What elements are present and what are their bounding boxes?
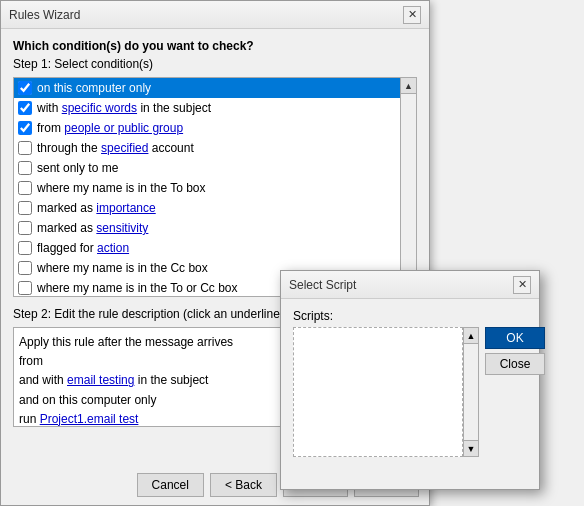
conditions-wrapper: on this computer only with specific word… bbox=[13, 77, 417, 297]
select-script-button-group: OK Close bbox=[485, 327, 545, 457]
select-script-content: Scripts: ▲ ▼ OK Close bbox=[281, 299, 539, 467]
rules-wizard-title: Rules Wizard bbox=[9, 8, 80, 22]
scripts-scroll-up[interactable]: ▲ bbox=[464, 328, 478, 344]
scripts-list-area bbox=[293, 327, 463, 457]
condition-item[interactable]: with specific words in the subject bbox=[14, 98, 400, 118]
rule-desc-line2: from bbox=[19, 354, 43, 368]
rule-desc-line5: run Project1.email test bbox=[19, 412, 138, 426]
scroll-up-arrow[interactable]: ▲ bbox=[401, 78, 416, 94]
condition-7-link[interactable]: sensitivity bbox=[96, 221, 148, 235]
condition-10-text: where my name is in the To or Cc box bbox=[37, 281, 238, 295]
condition-8-link[interactable]: action bbox=[97, 241, 129, 255]
condition-2-checkbox[interactable] bbox=[18, 121, 32, 135]
condition-item[interactable]: marked as sensitivity bbox=[14, 218, 400, 238]
condition-item[interactable]: through the specified account bbox=[14, 138, 400, 158]
condition-8-checkbox[interactable] bbox=[18, 241, 32, 255]
condition-1-checkbox[interactable] bbox=[18, 101, 32, 115]
project1-link[interactable]: Project1.email test bbox=[40, 412, 139, 426]
select-script-title: Select Script bbox=[289, 278, 356, 292]
condition-item[interactable]: marked as importance bbox=[14, 198, 400, 218]
rule-desc-line1: Apply this rule after the message arrive… bbox=[19, 335, 233, 349]
step1-label: Step 1: Select condition(s) bbox=[13, 57, 417, 71]
conditions-scrollbar[interactable]: ▲ ▼ bbox=[401, 77, 417, 297]
scripts-scroll-down[interactable]: ▼ bbox=[464, 440, 478, 456]
condition-7-checkbox[interactable] bbox=[18, 221, 32, 235]
condition-0-text: on this computer only bbox=[37, 81, 151, 95]
condition-3-link[interactable]: specified bbox=[101, 141, 148, 155]
email-testing-link[interactable]: email testing bbox=[67, 373, 134, 387]
select-script-dialog: Select Script ✕ Scripts: ▲ ▼ OK Close bbox=[280, 270, 540, 490]
rule-desc-line3: and with email testing in the subject bbox=[19, 373, 208, 387]
rules-wizard-titlebar: Rules Wizard ✕ bbox=[1, 1, 429, 29]
scripts-area-wrapper: ▲ ▼ OK Close bbox=[293, 327, 527, 457]
condition-0-checkbox[interactable] bbox=[18, 81, 32, 95]
condition-7-text: marked as sensitivity bbox=[37, 221, 148, 235]
condition-item[interactable]: from people or public group bbox=[14, 118, 400, 138]
condition-item[interactable]: sent only to me bbox=[14, 158, 400, 178]
scripts-scroll-track bbox=[464, 344, 478, 440]
condition-4-text: sent only to me bbox=[37, 161, 118, 175]
condition-3-text: through the specified account bbox=[37, 141, 194, 155]
condition-5-checkbox[interactable] bbox=[18, 181, 32, 195]
cancel-button[interactable]: Cancel bbox=[137, 473, 204, 497]
rules-wizard-close-button[interactable]: ✕ bbox=[403, 6, 421, 24]
back-button[interactable]: < Back bbox=[210, 473, 277, 497]
condition-item[interactable]: where my name is in the To box bbox=[14, 178, 400, 198]
condition-2-link[interactable]: people or public group bbox=[64, 121, 183, 135]
select-script-titlebar: Select Script ✕ bbox=[281, 271, 539, 299]
condition-item[interactable]: on this computer only bbox=[14, 78, 400, 98]
close-button[interactable]: Close bbox=[485, 353, 545, 375]
condition-5-text: where my name is in the To box bbox=[37, 181, 206, 195]
select-script-close-x-button[interactable]: ✕ bbox=[513, 276, 531, 294]
scripts-scrollbar[interactable]: ▲ ▼ bbox=[463, 327, 479, 457]
condition-3-checkbox[interactable] bbox=[18, 141, 32, 155]
scripts-label: Scripts: bbox=[293, 309, 527, 323]
conditions-list: on this computer only with specific word… bbox=[13, 77, 401, 297]
condition-2-text: from people or public group bbox=[37, 121, 183, 135]
condition-item[interactable]: flagged for action bbox=[14, 238, 400, 258]
condition-9-text: where my name is in the Cc box bbox=[37, 261, 208, 275]
condition-6-checkbox[interactable] bbox=[18, 201, 32, 215]
rule-desc-line4: and on this computer only bbox=[19, 393, 156, 407]
condition-10-checkbox[interactable] bbox=[18, 281, 32, 295]
scroll-track bbox=[401, 94, 416, 280]
condition-1-text: with specific words in the subject bbox=[37, 101, 211, 115]
condition-6-text: marked as importance bbox=[37, 201, 156, 215]
ok-button[interactable]: OK bbox=[485, 327, 545, 349]
wizard-question: Which condition(s) do you want to check? bbox=[13, 39, 417, 53]
condition-9-checkbox[interactable] bbox=[18, 261, 32, 275]
condition-6-link[interactable]: importance bbox=[96, 201, 155, 215]
condition-1-link[interactable]: specific words bbox=[62, 101, 137, 115]
condition-8-text: flagged for action bbox=[37, 241, 129, 255]
condition-4-checkbox[interactable] bbox=[18, 161, 32, 175]
